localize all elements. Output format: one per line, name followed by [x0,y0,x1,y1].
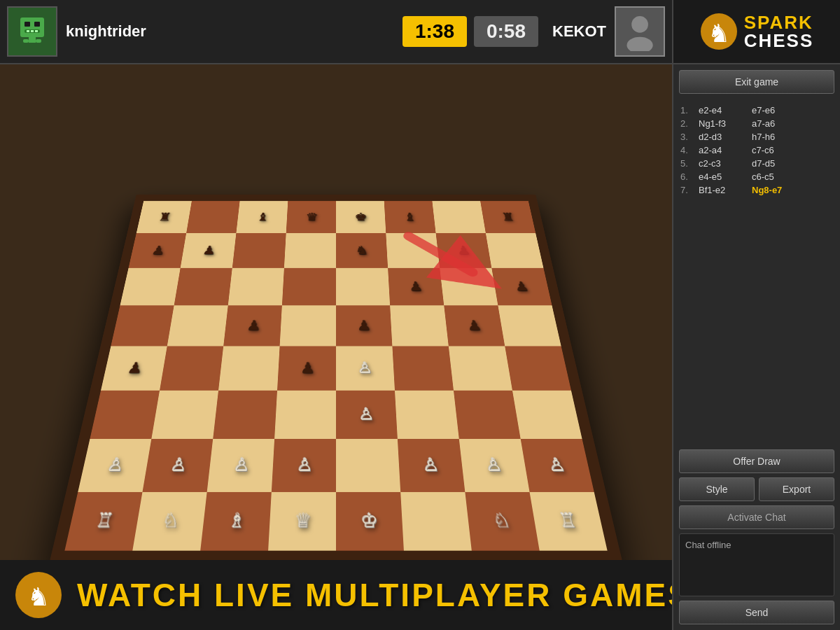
cell-5-5[interactable] [395,391,459,439]
piece-white-6-3[interactable]: ♙ [296,456,313,474]
move-black[interactable]: e7-e6 [752,105,802,115]
piece-black-1-4[interactable]: ♞ [355,244,368,256]
piece-black-0-3[interactable]: ♛ [305,211,318,222]
piece-white-4-4[interactable]: ♙ [357,360,372,375]
piece-black-0-4[interactable]: ♚ [354,211,367,222]
move-white[interactable]: Bf1-e2 [699,185,749,195]
cell-1-0[interactable]: ♟ [129,233,186,268]
cell-6-3[interactable]: ♙ [272,439,336,492]
offer-draw-button[interactable]: Offer Draw [679,449,834,473]
cell-7-5[interactable] [400,492,472,551]
cell-6-6[interactable]: ♙ [459,439,530,492]
cell-7-2[interactable]: ♗ [200,492,272,551]
cell-3-2[interactable]: ♟ [223,305,282,346]
piece-white-7-2[interactable]: ♗ [227,511,246,531]
piece-black-4-3[interactable]: ♟ [300,360,315,375]
cell-3-5[interactable] [390,305,449,346]
cell-5-6[interactable] [454,391,521,439]
piece-black-4-0[interactable]: ♟ [126,360,144,375]
cell-4-2[interactable] [218,346,280,390]
piece-black-0-7[interactable]: ♜ [500,211,515,222]
cell-3-6[interactable]: ♟ [444,305,505,346]
cell-3-1[interactable] [167,305,228,346]
move-black[interactable]: d7-d5 [752,158,802,169]
cell-1-5[interactable] [386,233,440,268]
move-white[interactable]: e4-e5 [699,172,749,182]
piece-white-7-7[interactable]: ♖ [557,511,578,531]
cell-2-7[interactable]: ♟ [491,268,552,306]
cell-0-4[interactable]: ♚ [336,201,386,233]
piece-black-0-2[interactable]: ♝ [255,211,269,222]
cell-4-7[interactable] [505,346,571,390]
piece-white-7-4[interactable]: ♔ [360,511,378,531]
piece-white-6-0[interactable]: ♙ [106,456,125,474]
cell-7-0[interactable]: ♖ [64,492,142,551]
cell-5-4[interactable]: ♙ [336,391,398,439]
cell-3-4[interactable]: ♟ [336,305,392,346]
cell-7-6[interactable]: ♘ [465,492,539,551]
piece-white-6-2[interactable]: ♙ [232,456,250,474]
piece-black-2-7[interactable]: ♟ [513,280,529,293]
cell-7-3[interactable]: ♕ [268,492,336,551]
cell-6-5[interactable]: ♙ [398,439,465,492]
cell-6-4[interactable] [336,439,400,492]
style-button[interactable]: Style [679,477,755,501]
cell-5-0[interactable] [90,391,160,439]
cell-6-2[interactable]: ♙ [207,439,274,492]
move-black[interactable]: h7-h6 [752,132,802,142]
cell-0-0[interactable]: ♜ [136,201,192,233]
cell-5-3[interactable] [274,391,336,439]
cell-3-7[interactable] [498,305,561,346]
cell-7-7[interactable]: ♖ [530,492,608,551]
move-black[interactable]: c7-c6 [752,145,802,155]
cell-0-3[interactable]: ♛ [286,201,336,233]
move-black[interactable]: a7-a6 [752,118,802,129]
cell-5-1[interactable] [151,391,218,439]
piece-black-0-5[interactable]: ♝ [402,211,416,222]
cell-2-1[interactable] [174,268,232,306]
cell-4-6[interactable] [449,346,512,390]
piece-white-6-6[interactable]: ♙ [484,456,503,474]
cell-5-7[interactable] [512,391,582,439]
cell-7-1[interactable]: ♘ [132,492,206,551]
move-black[interactable]: c6-c5 [752,172,802,182]
cell-7-4[interactable]: ♔ [336,492,404,551]
cell-2-0[interactable] [120,268,180,306]
cell-2-4[interactable] [336,268,390,306]
piece-white-6-1[interactable]: ♙ [169,456,188,474]
activate-chat-button[interactable]: Activate Chat [679,505,834,529]
export-button[interactable]: Export [759,477,834,501]
cell-0-7[interactable]: ♜ [480,201,536,233]
chess-board[interactable]: ♜♝♛♚♝♜♟♟♞♟♟♟♟♟♟♟♟♙♙♙♙♙♙♙♙♙♖♘♗♕♔♘♖ [49,195,623,564]
cell-0-2[interactable]: ♝ [236,201,288,233]
exit-game-button[interactable]: Exit game [679,70,834,94]
piece-black-2-5[interactable]: ♟ [408,280,423,293]
cell-1-3[interactable] [284,233,336,268]
cell-1-1[interactable]: ♟ [181,233,237,268]
cell-2-3[interactable] [282,268,336,306]
cell-3-0[interactable] [111,305,174,346]
piece-black-3-6[interactable]: ♟ [465,318,482,332]
piece-white-6-7[interactable]: ♙ [547,456,566,474]
piece-black-1-0[interactable]: ♟ [150,244,166,256]
cell-4-3[interactable]: ♟ [277,346,336,390]
cell-2-5[interactable]: ♟ [388,268,444,306]
piece-white-7-3[interactable]: ♕ [294,511,312,531]
move-black[interactable]: Ng8-e7 [752,185,802,195]
send-button[interactable]: Send [679,601,834,624]
cell-1-2[interactable] [232,233,286,268]
piece-black-3-4[interactable]: ♟ [356,318,371,332]
piece-black-1-1[interactable]: ♟ [202,244,216,256]
cell-2-6[interactable] [440,268,498,306]
piece-white-7-0[interactable]: ♖ [94,511,115,531]
cell-2-2[interactable] [228,268,284,306]
move-white[interactable]: Ng1-f3 [699,118,749,129]
cell-0-5[interactable]: ♝ [384,201,436,233]
piece-black-1-6[interactable]: ♟ [456,244,470,256]
piece-white-6-5[interactable]: ♙ [422,456,440,474]
move-white[interactable]: e2-e4 [699,105,749,115]
cell-4-4[interactable]: ♙ [336,346,395,390]
cell-4-0[interactable]: ♟ [101,346,167,390]
piece-black-0-0[interactable]: ♜ [158,211,172,222]
move-white[interactable]: d2-d3 [699,132,749,142]
